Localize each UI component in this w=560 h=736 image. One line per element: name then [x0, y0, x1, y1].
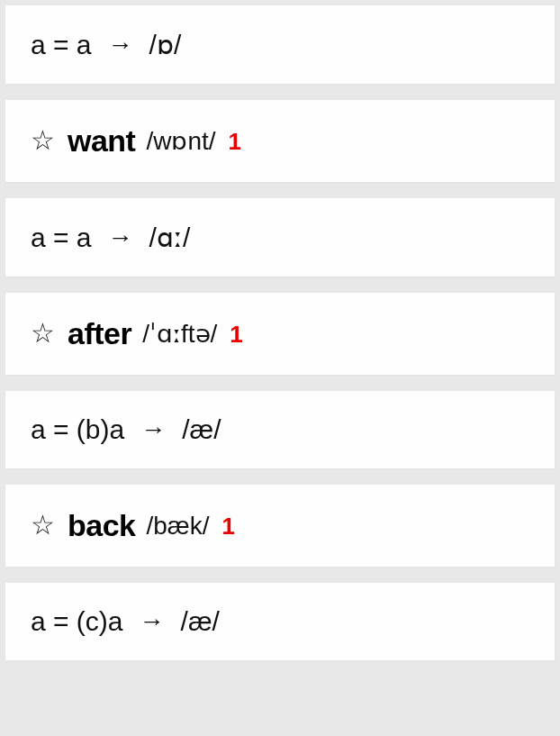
star-icon[interactable]: ☆	[31, 127, 55, 154]
word-text: want	[68, 123, 135, 159]
rule-lhs: a = a	[31, 30, 92, 60]
rule-line: a = a → /ɒ/	[31, 29, 535, 60]
count-badge: 1	[229, 128, 241, 156]
rule-lhs: a = (c)a	[31, 606, 123, 637]
rule-card: a = (c)a → /æ/	[5, 583, 555, 660]
rule-line: a = a → /ɑː/	[31, 222, 535, 253]
arrow-icon: →	[137, 415, 169, 444]
word-line: ☆ after /ˈɑːftə/ 1	[31, 316, 535, 351]
arrow-icon: →	[104, 223, 137, 252]
rule-card: a = a → /ɒ/	[5, 5, 555, 84]
card-list: a = a → /ɒ/ ☆ want /wɒnt/ 1 a = a → /ɑː/…	[0, 5, 560, 660]
rule-card: a = a → /ɑː/	[5, 198, 555, 277]
count-badge: 1	[230, 321, 242, 349]
arrow-icon: →	[104, 31, 137, 59]
rule-card: a = (b)a → /æ/	[5, 391, 555, 468]
count-badge: 1	[222, 513, 235, 541]
rule-line: a = (c)a → /æ/	[31, 606, 535, 637]
ipa-text: /ˈɑːftə/	[142, 319, 217, 349]
star-icon[interactable]: ☆	[31, 512, 55, 539]
rule-rhs: /æ/	[181, 606, 220, 637]
word-line: ☆ back /bæk/ 1	[31, 508, 535, 543]
star-icon[interactable]: ☆	[31, 320, 55, 347]
rule-rhs: /æ/	[182, 414, 221, 445]
arrow-icon: →	[136, 607, 168, 636]
rule-rhs: /ɒ/	[149, 29, 182, 60]
rule-line: a = (b)a → /æ/	[31, 414, 535, 445]
ipa-text: /wɒnt/	[146, 126, 215, 156]
word-card[interactable]: ☆ back /bæk/ 1	[5, 485, 555, 567]
ipa-text: /bæk/	[147, 512, 210, 541]
word-text: after	[68, 316, 131, 351]
rule-rhs: /ɑː/	[149, 222, 191, 253]
word-card[interactable]: ☆ after /ˈɑːftə/ 1	[5, 293, 555, 375]
rule-lhs: a = a	[31, 223, 92, 253]
rule-lhs: a = (b)a	[31, 414, 124, 445]
word-text: back	[68, 508, 136, 543]
word-line: ☆ want /wɒnt/ 1	[31, 123, 535, 159]
word-card[interactable]: ☆ want /wɒnt/ 1	[5, 100, 555, 182]
